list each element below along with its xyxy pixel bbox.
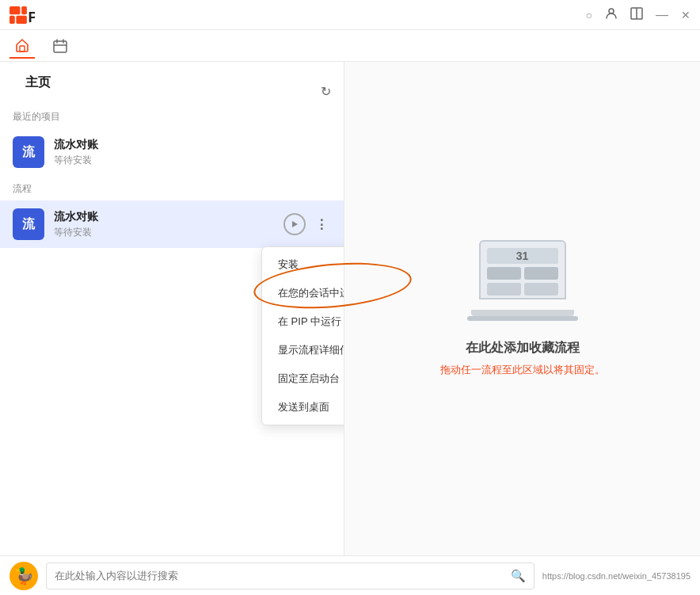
menu-item-send-desktop[interactable]: 发送到桌面 [262,393,344,421]
flow-item-icon: 流 [13,208,44,240]
screen: 31 [479,240,566,299]
right-subtitle: 拖动任一流程至此区域以将其固定。 [440,363,605,377]
tab-calendar[interactable] [48,33,73,59]
menu-item-pin-launchpad[interactable]: 固定至启动台 [262,364,344,393]
recent-item-info: 流水对账 等待安装 [54,138,331,167]
flow-item-name: 流水对账 [54,210,274,224]
recent-section-label: 最近的项目 [0,104,344,128]
computer-icon: 31 [467,240,578,327]
svg-rect-0 [10,6,20,14]
search-input[interactable] [55,570,511,582]
bottom-bar: 🦆 🔍 https://blog.csdn.net/weixin_4573819… [0,555,700,595]
recent-item-icon: 流 [13,136,44,168]
computer-stand [467,316,578,321]
right-panel: 31 在此处添加收藏流程 拖动任一流程至此区域以将其固定。 [344,62,700,555]
svg-rect-9 [54,41,67,52]
left-panel: 主页 ↻ 最近的项目 流 流水对账 等待安装 流程 流 [0,62,344,555]
menu-item-run-pip[interactable]: 在 PIP 中运行 [262,307,344,336]
svg-text:Path: Path [29,9,35,24]
minimize-icon[interactable]: — [656,8,668,22]
svg-marker-13 [292,221,298,227]
tab-home[interactable] [10,33,35,59]
calendar-display: 31 [487,248,558,264]
more-button[interactable]: ⋮ [312,215,331,234]
svg-rect-3 [16,15,26,23]
screen-icon-2 [524,267,558,280]
recent-item-name: 流水对账 [54,138,331,152]
page-title: 主页 [13,74,331,97]
title-bar: Path ○ — ✕ [0,0,700,30]
bot-avatar: 🦆 [10,562,38,590]
bottom-link: https://blog.csdn.net/weixin_45738195 [542,571,690,581]
flow-section-label: 流程 [0,176,344,200]
screen-icon-1 [487,267,521,280]
refresh-button[interactable]: ↻ [321,84,331,99]
user-icon[interactable] [605,7,618,22]
context-menu: 安装 在您的会话中运行 在 PIP 中运行 显示流程详细信息 固定至启动台 发送… [261,246,344,425]
menu-item-run-session[interactable]: 在您的会话中运行 [262,279,344,307]
menu-item-show-details[interactable]: 显示流程详细信息 [262,336,344,364]
screen-icon-4 [524,283,558,296]
recent-item-status: 等待安装 [54,154,331,167]
computer-base [471,310,574,316]
flow-item-info: 流水对账 等待安装 [54,210,274,239]
menu-item-install[interactable]: 安装 [262,250,344,279]
right-title: 在此处添加收藏流程 [466,340,580,357]
flow-item[interactable]: 流 流水对账 等待安装 ⋮ 安装 在您的会话中 [0,200,344,248]
screen-icon-3 [487,283,521,296]
svg-rect-1 [21,6,27,14]
ui-logo: Path [10,6,35,24]
recent-item[interactable]: 流 流水对账 等待安装 [0,128,344,176]
svg-rect-8 [20,46,25,51]
logo: Path [10,6,35,24]
circle-icon[interactable]: ○ [586,9,592,21]
main-layout: 主页 ↻ 最近的项目 流 流水对账 等待安装 流程 流 [0,62,700,555]
search-icon: 🔍 [511,569,526,583]
flow-item-actions: ⋮ [283,213,331,235]
window-controls: ○ — ✕ [586,7,690,22]
illustration: 31 [467,240,578,327]
left-content: 主页 ↻ 最近的项目 流 流水对账 等待安装 流程 流 [0,62,344,555]
layout-icon[interactable] [630,7,643,22]
play-button[interactable] [283,213,306,235]
svg-rect-2 [10,15,15,23]
search-bar[interactable]: 🔍 [46,563,535,589]
close-icon[interactable]: ✕ [681,9,690,21]
nav-tabs [0,30,700,62]
flow-item-status: 等待安装 [54,226,274,239]
svg-point-5 [609,9,614,13]
